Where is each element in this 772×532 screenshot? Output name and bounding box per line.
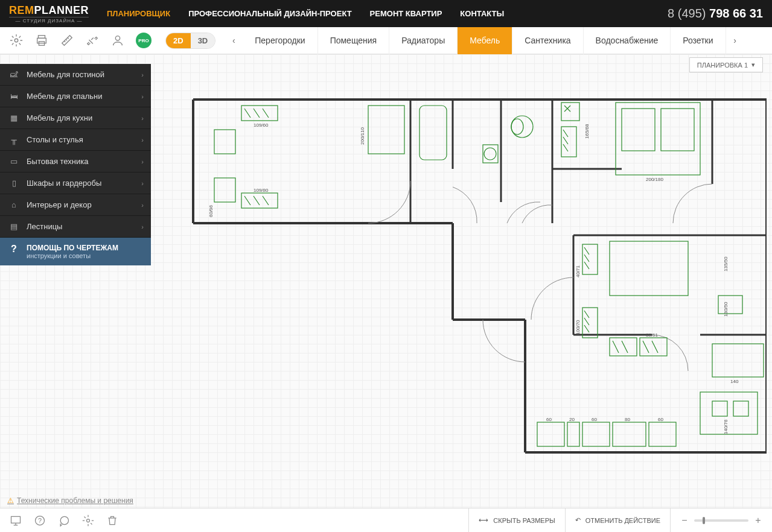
sidebar-item-decor[interactable]: ⌂Интерьер и декор› [0,194,151,216]
user-icon[interactable] [110,33,125,48]
sidebar-item-wardrobes[interactable]: ▯Шкафы и гардеробы› [0,173,151,194]
plan-dropdown[interactable]: ПЛАНИРОВКА 1 ▾ [689,57,763,72]
delete-icon[interactable] [106,514,119,527]
dim-label: 200/110 [360,127,365,145]
nav-contacts[interactable]: КОНТАКТЫ [460,9,504,18]
phone-number[interactable]: 8 (495) 798 66 31 [668,7,763,21]
sidebar-item-bedroom[interactable]: 🛏Мебель для спальни› [0,86,151,107]
svg-rect-6 [214,178,235,202]
logo-brand-b: PLANNER [34,4,89,16]
chevron-right-icon: › [141,180,144,187]
dim-label: 88/61 [646,332,659,338]
svg-rect-21 [610,241,688,296]
dim-label: 130/50 [723,302,729,317]
tech-problems-link[interactable]: ⚠ Технические проблемы и решения [7,496,133,505]
help-icon[interactable]: ? [33,514,46,527]
pro-badge[interactable]: PRO [136,33,152,48]
sidebar-item-tables[interactable]: ╥Столы и стулья› [0,129,151,151]
tab-walls[interactable]: Перегородки [243,27,317,54]
sidebar-label: Шкафы и гардеробы [27,179,135,188]
undo-button[interactable]: ↶ ОТМЕНИТЬ ДЕЙСТВИЕ [565,508,670,532]
dim-label: 80 [625,417,630,422]
tab-radiators[interactable]: Радиаторы [389,27,458,54]
svg-point-13 [511,116,533,138]
screen-icon[interactable] [9,514,22,527]
sidebar-label: Бытовая техника [27,157,135,166]
footer: ? ⟷ СКРЫТЬ РАЗМЕРЫ ↶ ОТМЕНИТЬ ДЕЙСТВИЕ −… [0,508,772,532]
dim-label: 135/50 [723,256,729,271]
tabs-prev-icon[interactable]: ‹ [225,36,243,45]
sofa-icon: 🛋 [7,70,21,79]
tab-plumbing[interactable]: Сантехника [512,27,583,54]
svg-rect-27 [537,422,564,446]
chat-icon[interactable] [57,514,71,527]
floorplan[interactable]: 109/60 109/80 60/96 200/110 165/68 200/1… [187,97,767,458]
svg-rect-34 [733,401,748,416]
view-3d-button[interactable]: 3D [191,33,215,48]
logo[interactable]: REMPLANNER — СТУДИЯ ДИЗАЙНА — [9,4,89,24]
nav-repair[interactable]: РЕМОНТ КВАРТИР [370,9,442,18]
zoom-thumb[interactable] [703,517,705,524]
tab-furniture[interactable]: Мебель [458,27,512,54]
ruler-icon[interactable] [60,33,74,48]
svg-point-12 [484,148,496,160]
kitchen-icon: ▦ [7,113,21,122]
main-nav: ПЛАНИРОВЩИК ПРОФЕССИОНАЛЬНЫЙ ДИЗАЙН-ПРОЕ… [107,9,668,18]
svg-rect-29 [582,422,610,446]
category-tabs: ‹ Перегородки Помещения Радиаторы Мебель… [225,27,772,54]
phone-prefix: 8 (495) [668,7,709,20]
dim-label: 165/68 [584,124,590,139]
svg-rect-19 [661,109,694,151]
sidebar-help[interactable]: ? ПОМОЩЬ ПО ЧЕРТЕЖАМ инструкции и советы [0,238,151,265]
wardrobe-icon: ▯ [7,179,21,188]
chevron-right-icon: › [141,93,144,100]
zoom-control: − + [670,508,772,532]
phone-main: 798 66 31 [709,7,763,20]
zoom-slider[interactable] [694,519,748,522]
sidebar-item-appliances[interactable]: ▭Бытовая техника› [0,151,151,173]
settings-icon[interactable] [9,33,24,48]
tools-icon[interactable] [85,33,100,48]
svg-rect-16 [561,127,576,157]
zoom-in-button[interactable]: + [753,515,763,526]
tab-water[interactable]: Водоснабжение [584,27,671,54]
sidebar-item-kitchen[interactable]: ▦Мебель для кухни› [0,107,151,129]
dimension-icon: ⟷ [479,516,488,524]
tab-rooms[interactable]: Помещения [318,27,390,54]
undo-label: ОТМЕНИТЬ ДЕЙСТВИЕ [585,517,660,524]
dim-label: 60/96 [208,204,214,217]
svg-rect-9 [368,106,404,154]
svg-rect-26 [712,344,764,377]
zoom-out-button[interactable]: − [680,515,689,526]
sidebar-item-stairs[interactable]: ▤Лестницы› [0,216,151,238]
hide-sizes-button[interactable]: ⟷ СКРЫТЬ РАЗМЕРЫ [468,508,564,532]
footer-settings-icon[interactable] [81,514,95,527]
svg-rect-30 [613,422,646,446]
view-2d-button[interactable]: 2D [166,33,191,48]
sidebar-item-living[interactable]: 🛋Мебель для гостиной› [0,64,151,86]
svg-rect-24 [610,338,637,356]
tab-sockets[interactable]: Розетки [671,27,726,54]
sidebar-label: Мебель для спальни [27,92,135,101]
nav-design[interactable]: ПРОФЕССИОНАЛЬНЫЙ ДИЗАЙН-ПРОЕКТ [188,9,351,18]
furniture-sidebar: 🛋Мебель для гостиной› 🛏Мебель для спальн… [0,64,151,265]
tabs-next-icon[interactable]: › [726,36,744,45]
dim-label: 60 [546,417,552,422]
svg-rect-28 [567,422,579,446]
svg-rect-25 [640,338,667,356]
svg-text:?: ? [38,517,42,524]
svg-rect-10 [419,106,447,160]
svg-rect-20 [582,244,598,274]
svg-rect-18 [622,109,655,151]
svg-point-4 [115,36,120,40]
svg-rect-33 [712,401,727,416]
svg-rect-23 [718,296,742,314]
nav-planner[interactable]: ПЛАНИРОВЩИК [107,9,170,18]
svg-rect-1 [39,36,45,39]
question-icon: ? [7,244,21,255]
chevron-right-icon: › [141,71,144,78]
plan-dropdown-label: ПЛАНИРОВКА 1 [697,62,748,69]
print-icon[interactable] [34,33,49,48]
undo-icon: ↶ [575,516,581,524]
view-toggle: 2D 3D [165,33,215,49]
